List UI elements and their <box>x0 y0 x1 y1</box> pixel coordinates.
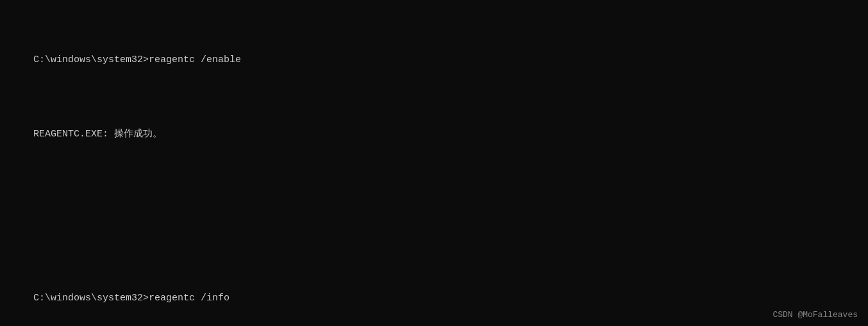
line-5: C:\windows\system32>reagentc /info <box>10 276 858 321</box>
prompt-enable: C:\windows\system32>reagentc /enable <box>33 54 241 65</box>
blank-line-1 <box>10 186 858 201</box>
blank-line-2 <box>10 231 858 246</box>
output-enable-success: REAGENTC.EXE: 操作成功。 <box>33 129 162 140</box>
terminal-output: C:\windows\system32>reagentc /enable REA… <box>10 8 858 326</box>
line-1: C:\windows\system32>reagentc /enable <box>10 38 858 83</box>
watermark: CSDN @MoFalleaves <box>772 310 858 320</box>
prompt-info: C:\windows\system32>reagentc /info <box>33 293 230 304</box>
line-2: REAGENTC.EXE: 操作成功。 <box>10 112 858 157</box>
